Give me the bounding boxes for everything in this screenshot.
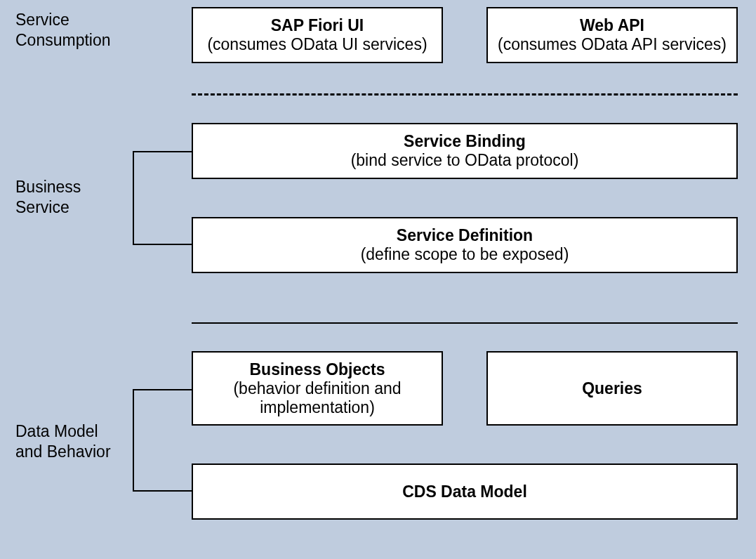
label-line: Business — [15, 178, 81, 196]
box-title: Business Objects — [249, 360, 385, 379]
label-line: Data Model — [15, 422, 98, 440]
box-title: Queries — [582, 379, 642, 398]
label-line: Service — [15, 11, 69, 29]
box-business-objects: Business Objects (behavior definition an… — [192, 351, 443, 426]
box-subtitle: (bind service to OData protocol) — [351, 151, 579, 170]
box-cds-data-model: CDS Data Model — [192, 463, 738, 520]
box-title: SAP Fiori UI — [271, 16, 364, 35]
box-subtitle: (define scope to be exposed) — [361, 245, 569, 264]
box-subtitle: (consumes OData API services) — [498, 35, 727, 54]
box-service-binding: Service Binding (bind service to OData p… — [192, 123, 738, 179]
box-title: Service Binding — [404, 132, 526, 151]
box-title: Web API — [580, 16, 644, 35]
box-queries: Queries — [486, 351, 738, 426]
section-label-datamodel: Data Model and Behavior — [15, 421, 111, 462]
box-service-definition: Service Definition (define scope to be e… — [192, 217, 738, 273]
label-line: and Behavior — [15, 442, 111, 461]
box-subtitle: (consumes OData UI services) — [207, 35, 427, 54]
box-web-api: Web API (consumes OData API services) — [486, 7, 738, 63]
architecture-diagram: Service Consumption Business Service Dat… — [0, 0, 756, 559]
box-title: CDS Data Model — [402, 482, 527, 501]
separator-dashed — [192, 93, 738, 96]
bracket-business-service — [133, 151, 192, 245]
label-line: Consumption — [15, 31, 111, 49]
box-fiori-ui: SAP Fiori UI (consumes OData UI services… — [192, 7, 443, 63]
label-line: Service — [15, 198, 69, 216]
bracket-data-model — [133, 389, 192, 492]
box-subtitle-line: (behavior definition and — [233, 379, 401, 398]
box-subtitle-line: implementation) — [260, 398, 375, 417]
section-label-consumption: Service Consumption — [15, 10, 111, 51]
section-label-business: Business Service — [15, 177, 81, 218]
separator-solid — [192, 322, 738, 324]
box-title: Service Definition — [397, 226, 533, 245]
